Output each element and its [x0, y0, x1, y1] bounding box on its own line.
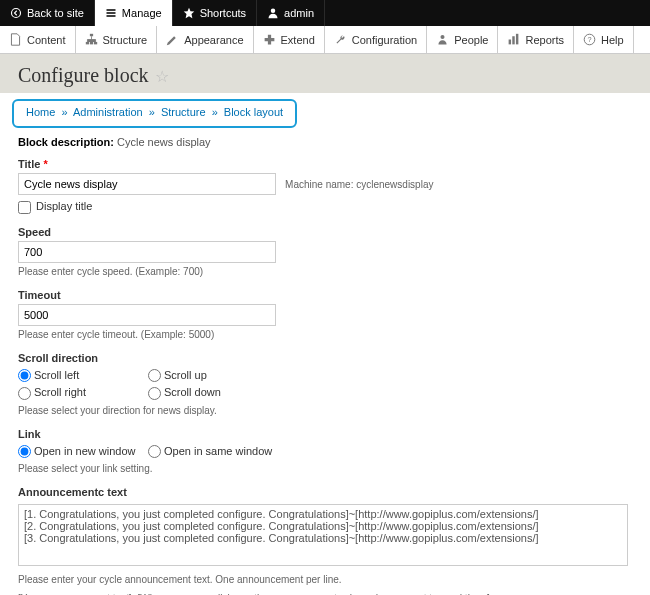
svg-rect-3: [85, 42, 88, 44]
timeout-description: Please enter cycle timeout. (Example: 50…: [18, 329, 632, 340]
user-label: admin: [284, 7, 314, 19]
field-scroll-direction: Scroll direction Scroll left Scroll up S…: [18, 352, 632, 416]
breadcrumb-wrap: Home » Administration » Structure » Bloc…: [0, 93, 650, 134]
tab-structure[interactable]: Structure: [76, 26, 158, 53]
breadcrumb-home[interactable]: Home: [26, 106, 55, 118]
tab-configuration[interactable]: Configuration: [325, 26, 427, 53]
breadcrumb: Home » Administration » Structure » Bloc…: [12, 99, 297, 128]
document-icon: [9, 33, 22, 46]
scroll-left-radio[interactable]: [18, 369, 31, 382]
link-new-window-radio[interactable]: [18, 445, 31, 458]
display-title-label: Display title: [36, 200, 92, 212]
scroll-right-radio[interactable]: [18, 387, 31, 400]
user-menu-button[interactable]: admin: [257, 0, 325, 26]
svg-rect-2: [89, 34, 92, 36]
shortcuts-button[interactable]: Shortcuts: [173, 0, 257, 26]
scroll-down-radio[interactable]: [148, 387, 161, 400]
tab-content[interactable]: Content: [0, 26, 76, 53]
tab-help[interactable]: ? Help: [574, 26, 634, 53]
svg-rect-9: [516, 34, 518, 45]
wrench-icon: [334, 33, 347, 46]
hamburger-icon: [105, 7, 117, 19]
link-description: Please select your link setting.: [18, 463, 632, 474]
title-input[interactable]: [18, 173, 276, 195]
svg-text:?: ?: [587, 35, 591, 44]
manage-label: Manage: [122, 7, 162, 19]
scroll-up-radio[interactable]: [148, 369, 161, 382]
svg-point-1: [271, 9, 276, 14]
admin-tabs: Content Structure Appearance Extend Conf…: [0, 26, 650, 54]
breadcrumb-structure[interactable]: Structure: [161, 106, 206, 118]
page-title: Configure block: [18, 64, 149, 87]
speed-label: Speed: [18, 226, 632, 238]
timeout-input[interactable]: [18, 304, 276, 326]
link-same-window-radio[interactable]: [148, 445, 161, 458]
structure-icon: [85, 33, 98, 46]
back-to-site-button[interactable]: Back to site: [0, 0, 95, 26]
svg-rect-7: [509, 40, 511, 45]
svg-rect-4: [89, 42, 92, 44]
reports-icon: [507, 33, 520, 46]
breadcrumb-block-layout[interactable]: Block layout: [224, 106, 283, 118]
tab-reports[interactable]: Reports: [498, 26, 574, 53]
extend-icon: [263, 33, 276, 46]
link-label: Link: [18, 428, 632, 440]
back-to-site-label: Back to site: [27, 7, 84, 19]
timeout-label: Timeout: [18, 289, 632, 301]
people-icon: [436, 33, 449, 46]
help-icon: ?: [583, 33, 596, 46]
svg-rect-5: [93, 42, 96, 44]
display-title-checkbox[interactable]: [18, 201, 31, 214]
tab-extend[interactable]: Extend: [254, 26, 325, 53]
manage-button[interactable]: Manage: [95, 0, 173, 26]
appearance-icon: [166, 33, 179, 46]
field-link: Link Open in new window Open in same win…: [18, 428, 632, 475]
user-icon: [267, 7, 279, 19]
machine-name: Machine name: cyclenewsdisplay: [285, 179, 433, 190]
page-header: Configure block ☆: [0, 54, 650, 93]
scroll-direction-description: Please select your direction for news di…: [18, 405, 632, 416]
speed-input[interactable]: [18, 241, 276, 263]
title-label: Title *: [18, 158, 632, 170]
toolbar: Back to site Manage Shortcuts admin: [0, 0, 650, 26]
favorite-star-icon[interactable]: ☆: [155, 68, 169, 85]
scroll-direction-label: Scroll direction: [18, 352, 632, 364]
svg-point-0: [12, 9, 21, 18]
content: Block description: Cycle news display Ti…: [0, 136, 650, 595]
field-speed: Speed Please enter cycle speed. (Example…: [18, 226, 632, 277]
block-description: Block description: Cycle news display: [18, 136, 632, 148]
breadcrumb-administration[interactable]: Administration: [73, 106, 143, 118]
field-announcement: Announcementc text [1. Congratulations, …: [18, 486, 632, 595]
svg-rect-8: [513, 36, 515, 44]
tab-people[interactable]: People: [427, 26, 498, 53]
svg-point-6: [441, 35, 445, 39]
shortcuts-label: Shortcuts: [200, 7, 246, 19]
announcement-label: Announcementc text: [18, 486, 632, 498]
speed-description: Please enter cycle speed. (Example: 700): [18, 266, 632, 277]
star-icon: [183, 7, 195, 19]
announcement-help: Please enter your cycle announcement tex…: [18, 572, 632, 595]
announcement-textarea[interactable]: [1. Congratulations, you just completed …: [18, 504, 628, 566]
field-title: Title * Machine name: cyclenewsdisplay D…: [18, 158, 632, 214]
tab-appearance[interactable]: Appearance: [157, 26, 253, 53]
field-timeout: Timeout Please enter cycle timeout. (Exa…: [18, 289, 632, 340]
back-icon: [10, 7, 22, 19]
